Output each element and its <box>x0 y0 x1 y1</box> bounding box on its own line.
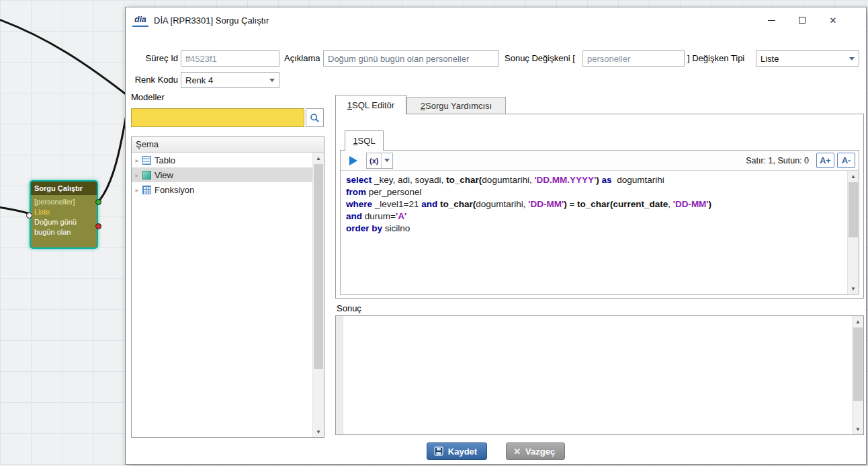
sql-line: order by sicilno <box>346 223 842 235</box>
dia-logo-icon: dia <box>132 13 148 27</box>
result-area[interactable]: ▲ ▼ <box>335 315 864 435</box>
tree-item-view[interactable]: ▸View <box>132 167 312 182</box>
titlebar[interactable]: dia DİA [RPR3301] Sorgu Çalıştır ✕ <box>126 7 866 33</box>
save-button[interactable]: Kaydet <box>427 442 487 460</box>
window-controls: ✕ <box>756 10 849 30</box>
window-title: DİA [RPR3301] Sorgu Çalıştır <box>154 15 269 26</box>
aciklama-input[interactable] <box>323 50 499 67</box>
sonuc-degiskeni-label: Sonuç Değişkeni [ <box>505 50 575 67</box>
expand-arrow-icon[interactable]: ▸ <box>132 186 142 194</box>
tab-sql[interactable]: 1 SQL <box>345 130 384 151</box>
model-search-button[interactable] <box>306 108 324 127</box>
save-icon <box>434 446 443 456</box>
connection-edge <box>0 19 134 101</box>
result-scrollbar[interactable]: ▲ ▼ <box>852 316 863 434</box>
chevron-down-icon <box>384 159 390 162</box>
surec-id-label: Süreç Id <box>132 50 178 67</box>
view-icon <box>142 171 151 180</box>
output-port-success[interactable] <box>95 199 101 205</box>
node-text-line: [personeller] <box>34 197 93 207</box>
footer: Kaydet ✕ Vazgeç <box>126 440 866 462</box>
schema-tree-header: Şema <box>132 137 324 153</box>
sql-editor-panel: (x) Satır: 1, Sutun: 0 A+ A- select _key… <box>340 150 859 295</box>
close-icon: ✕ <box>830 15 837 26</box>
dialog-sorgu-calistir: dia DİA [RPR3301] Sorgu Çalıştır ✕ Süreç… <box>125 7 867 465</box>
surec-id-input[interactable] <box>181 50 279 67</box>
tree-item-label: View <box>155 170 173 180</box>
scrollbar-thumb[interactable] <box>314 164 323 369</box>
editor-scrollbar[interactable]: ▲ ▼ <box>847 171 859 294</box>
sonuc-degiskeni-input[interactable] <box>582 50 685 67</box>
run-query-button[interactable] <box>344 153 363 169</box>
font-decrease-button[interactable]: A- <box>837 153 855 168</box>
models-panel-title: Modeller <box>131 92 165 102</box>
cancel-icon: ✕ <box>513 446 521 457</box>
chevron-down-icon <box>849 57 855 61</box>
aciklama-label: Açıklama <box>284 50 320 67</box>
tree-item-label: Fonksiyon <box>155 185 194 195</box>
search-icon <box>310 113 320 123</box>
schema-tree: Şema ▸Tablo▸View▸Fonksiyon ▲ ▼ <box>131 137 324 438</box>
tree-item-fonksiyon[interactable]: ▸Fonksiyon <box>132 182 312 197</box>
tab-accelerator: 2 <box>421 101 425 111</box>
degisken-tipi-value: Liste <box>761 54 779 64</box>
maximize-icon <box>799 17 806 24</box>
scrollbar-thumb[interactable] <box>849 182 858 237</box>
tree-scrollbar[interactable]: ▲ ▼ <box>312 153 324 437</box>
sql-code[interactable]: select _key, adi, soyadi, to_char(dogumt… <box>341 171 847 294</box>
degisken-tipi-select[interactable]: Liste <box>756 50 859 67</box>
function-icon <box>142 186 151 194</box>
tab-accelerator: 1 <box>347 100 352 110</box>
schema-tree-rows: ▸Tablo▸View▸Fonksiyon <box>132 153 312 437</box>
scroll-down-icon[interactable]: ▼ <box>853 424 863 434</box>
table-icon <box>142 156 151 165</box>
sql-toolbar: (x) Satır: 1, Sutun: 0 A+ A- <box>341 151 859 171</box>
cursor-position-status: Satır: 1, Sutun: 0 <box>746 156 809 165</box>
renk-kodu-label: Renk Kodu <box>132 72 178 88</box>
variable-insert-button[interactable]: (x) <box>366 153 393 169</box>
minimize-button[interactable] <box>756 10 787 30</box>
save-button-label: Kaydet <box>448 446 477 457</box>
tree-item-tablo[interactable]: ▸Tablo <box>132 153 312 167</box>
cancel-button-label: Vazgeç <box>525 446 555 457</box>
minimize-icon <box>768 20 775 21</box>
renk-kodu-select[interactable]: Renk 4 <box>181 72 279 88</box>
sql-line: select _key, adi, soyadi, to_char(dogumt… <box>346 174 842 186</box>
tab-label: SQL <box>358 136 376 146</box>
tab-label: SQL Editör <box>352 100 394 110</box>
scroll-up-icon[interactable]: ▲ <box>853 316 863 327</box>
result-title: Sonuç <box>337 303 361 313</box>
node-text-line: Liste <box>34 207 93 217</box>
degisken-tipi-label: ] Değişken Tipi <box>687 50 744 67</box>
sql-line: and durum='A' <box>346 210 842 223</box>
input-port[interactable] <box>26 212 32 219</box>
scroll-down-icon[interactable]: ▼ <box>313 426 324 437</box>
close-button[interactable]: ✕ <box>818 10 849 30</box>
scrollbar-thumb[interactable] <box>853 327 863 401</box>
tree-item-label: Tablo <box>155 155 175 165</box>
query-node-title: Sorgu Çalıştır <box>31 182 97 195</box>
scroll-up-icon[interactable]: ▲ <box>313 153 324 163</box>
expand-arrow-icon[interactable]: ▸ <box>132 171 142 179</box>
output-port-error[interactable] <box>95 223 101 229</box>
query-node[interactable]: Sorgu Çalıştır [personeller]ListeDoğum g… <box>30 180 98 249</box>
result-gutter <box>336 316 343 434</box>
chevron-down-icon <box>269 79 275 82</box>
font-increase-button[interactable]: A+ <box>816 153 834 168</box>
cancel-button[interactable]: ✕ Vazgeç <box>506 442 565 460</box>
tab-sql-editor[interactable]: 1 SQL Editör <box>335 95 406 114</box>
fx-icon: (x) <box>367 153 382 168</box>
model-search-input[interactable] <box>131 108 304 127</box>
tab-sorgu-yardimcisi[interactable]: 2 Sorgu Yardımcısı <box>406 97 506 114</box>
expand-arrow-icon[interactable]: ▸ <box>132 157 142 164</box>
sql-line: from per_personel <box>346 186 842 198</box>
tab-accelerator: 1 <box>353 136 357 146</box>
node-text-line: bugün olan <box>34 227 93 237</box>
maximize-button[interactable] <box>787 10 818 30</box>
connection-edge <box>0 207 31 214</box>
sql-editor[interactable]: select _key, adi, soyadi, to_char(dogumt… <box>341 171 859 294</box>
renk-kodu-value: Renk 4 <box>185 75 213 85</box>
sql-line: where _level1=21 and to_char(dogumtarihi… <box>346 198 842 210</box>
scroll-up-icon[interactable]: ▲ <box>848 171 859 182</box>
scroll-down-icon[interactable]: ▼ <box>848 283 859 294</box>
